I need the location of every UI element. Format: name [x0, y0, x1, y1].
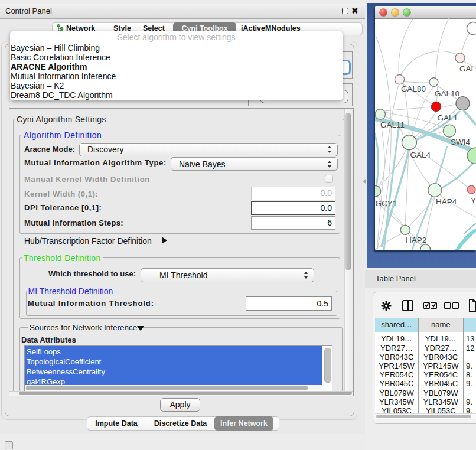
- svg-text:GAL80: GAL80: [401, 84, 426, 93]
- svg-text:GAL4: GAL4: [410, 151, 431, 159]
- svg-text:GAL10: GAL10: [435, 89, 459, 98]
- svg-text:HAP2: HAP2: [406, 236, 426, 244]
- svg-text:HAP4: HAP4: [436, 197, 457, 206]
- svg-text:GAL: GAL: [459, 64, 476, 73]
- svg-text:Y: Y: [471, 196, 476, 205]
- svg-text:GAL11: GAL11: [380, 120, 405, 129]
- svg-text:GAL1: GAL1: [438, 113, 458, 122]
- svg-text:SWI4: SWI4: [451, 138, 470, 146]
- svg-text:GCY1: GCY1: [376, 199, 397, 208]
